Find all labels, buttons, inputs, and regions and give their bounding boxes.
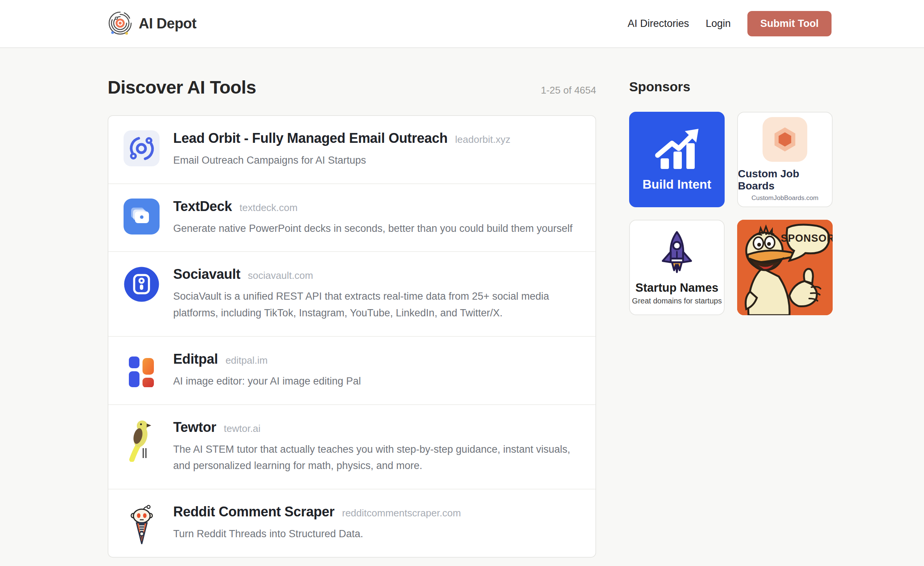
page-content: Discover AI Tools 1-25 of 4654 bbox=[0, 48, 924, 558]
brand-home-link[interactable]: AI Depot bbox=[108, 11, 196, 37]
nav-ai-directories-link[interactable]: AI Directories bbox=[628, 18, 689, 30]
sponsor-sublabel: CustomJobBoards.com bbox=[752, 194, 819, 202]
tool-row-editpal[interactable]: Editpal editpal.im AI image editor: your… bbox=[108, 336, 595, 404]
orbit-target-logo-icon bbox=[108, 11, 133, 37]
tools-column: Discover AI Tools 1-25 of 4654 bbox=[108, 77, 596, 558]
sponsor-card-startup-names[interactable]: Startup Names Great domains for startups bbox=[629, 220, 725, 315]
tool-title: Editpal bbox=[173, 351, 218, 367]
tool-title: Sociavault bbox=[173, 266, 240, 282]
vault-lock-icon bbox=[124, 266, 160, 302]
page-title: Discover AI Tools bbox=[108, 77, 256, 98]
tool-description: SociaVault is a unified REST API that ex… bbox=[173, 288, 580, 321]
sponsor-bubble-text: Sponsor bbox=[781, 233, 833, 244]
tool-domain: redditcommentscraper.com bbox=[342, 507, 461, 519]
sponsor-card-custom-job-boards[interactable]: Custom Job Boards CustomJobBoards.com bbox=[737, 112, 833, 207]
tool-description: Generate native PowerPoint decks in seco… bbox=[173, 220, 580, 237]
tool-row-tewtor[interactable]: Tewtor tewtor.ai The AI STEM tutor that … bbox=[108, 404, 595, 489]
tool-info: Tewtor tewtor.ai The AI STEM tutor that … bbox=[173, 419, 580, 474]
sponsor-card-build-intent[interactable]: Build Intent bbox=[629, 112, 725, 207]
bar-chart-growth-icon bbox=[652, 127, 702, 174]
sponsor-label: Startup Names bbox=[636, 281, 719, 295]
color-blocks-icon bbox=[124, 351, 160, 387]
result-count: 1-25 of 4654 bbox=[541, 84, 596, 96]
yellow-bird-icon bbox=[124, 419, 160, 455]
sponsor-label: Custom Job Boards bbox=[738, 168, 832, 192]
top-navigation-bar: AI Depot AI Directories Login Submit Too… bbox=[0, 0, 924, 48]
tool-title: Reddit Comment Scraper bbox=[173, 504, 335, 520]
hexagon-layers-icon bbox=[763, 117, 807, 162]
tool-domain: editpal.im bbox=[226, 355, 268, 366]
sponsors-title: Sponsors bbox=[629, 79, 833, 94]
slides-deck-icon bbox=[124, 199, 160, 235]
tool-row-sociavault[interactable]: Sociavault sociavault.com SociaVault is … bbox=[108, 251, 595, 336]
sponsor-label: Build Intent bbox=[642, 177, 711, 192]
tool-title: TextDeck bbox=[173, 199, 232, 214]
sponsor-sublabel: Great domains for startups bbox=[632, 297, 722, 305]
tool-info: Reddit Comment Scraper redditcommentscra… bbox=[173, 504, 580, 543]
sponsor-grid: Build Intent Custom Job Boards CustomJob… bbox=[629, 112, 833, 315]
tool-info: Editpal editpal.im AI image editor: your… bbox=[173, 351, 580, 390]
tool-info: Lead Orbit - Fully Managed Email Outreac… bbox=[173, 130, 580, 169]
tool-info: Sociavault sociavault.com SociaVault is … bbox=[173, 266, 580, 321]
tool-description: Email Outreach Campaigns for AI Startups bbox=[173, 152, 580, 169]
tool-description: The AI STEM tutor that actually teaches … bbox=[173, 441, 580, 474]
submit-tool-button[interactable]: Submit Tool bbox=[747, 11, 832, 36]
purple-rocket-icon bbox=[658, 230, 696, 277]
tool-row-lead-orbit[interactable]: Lead Orbit - Fully Managed Email Outreac… bbox=[108, 116, 595, 183]
tool-row-textdeck[interactable]: TextDeck textdeck.com Generate native Po… bbox=[108, 183, 595, 252]
tool-title: Tewtor bbox=[173, 419, 216, 435]
tool-domain: textdeck.com bbox=[240, 202, 298, 214]
orbit-icon bbox=[124, 130, 160, 166]
sponsors-column: Sponsors Build Intent bbox=[629, 77, 833, 558]
tool-domain: tewtor.ai bbox=[224, 423, 261, 435]
duck-mascot-icon: Sponsor bbox=[737, 220, 833, 315]
sponsor-card-duck-mascot[interactable]: Sponsor bbox=[737, 220, 833, 315]
tools-header-row: Discover AI Tools 1-25 of 4654 bbox=[108, 77, 596, 98]
tool-description: AI image editor: your AI image editing P… bbox=[173, 373, 580, 390]
nav-login-link[interactable]: Login bbox=[706, 18, 731, 30]
tool-domain: sociavault.com bbox=[248, 270, 313, 281]
reddit-alien-drill-icon bbox=[124, 504, 160, 540]
tool-domain: leadorbit.xyz bbox=[455, 134, 511, 145]
tool-row-reddit-comment-scraper[interactable]: Reddit Comment Scraper redditcommentscra… bbox=[108, 489, 595, 557]
tool-title: Lead Orbit - Fully Managed Email Outreac… bbox=[173, 130, 448, 146]
tool-info: TextDeck textdeck.com Generate native Po… bbox=[173, 199, 580, 237]
brand-name: AI Depot bbox=[139, 16, 196, 32]
tool-description: Turn Reddit Threads into Structured Data… bbox=[173, 526, 580, 543]
tool-list: Lead Orbit - Fully Managed Email Outreac… bbox=[108, 115, 596, 558]
header-nav: AI Directories Login Submit Tool bbox=[628, 11, 832, 36]
